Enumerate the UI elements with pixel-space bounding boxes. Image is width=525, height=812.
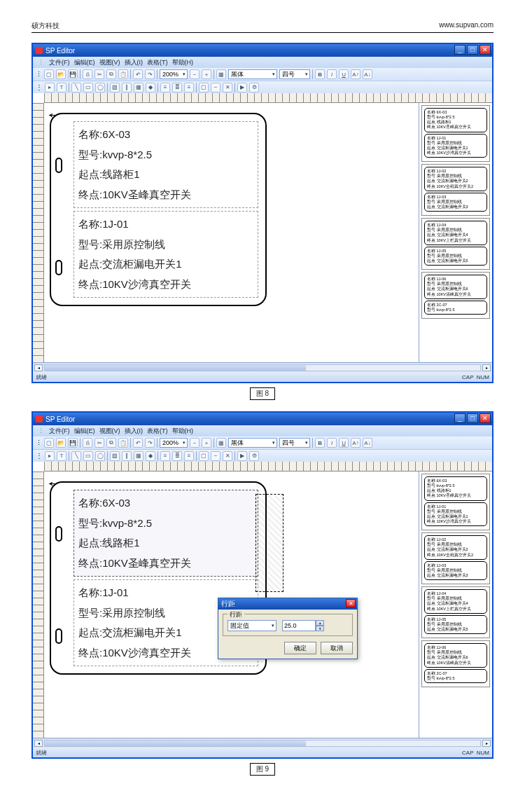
play-icon[interactable]: ▶ (237, 83, 247, 92)
copy-icon[interactable]: ⧉ (106, 69, 116, 79)
zoomin-icon[interactable]: ＋ (202, 69, 211, 79)
thumbnail[interactable]: 2名称 1J-02型号 采用原控制线起点 交流柜漏电开关2终点 10KV全程真空… (421, 532, 490, 584)
italic-button[interactable]: I (327, 438, 337, 448)
maximize-button[interactable]: □ (467, 413, 478, 423)
fontsize-dec-button[interactable]: A↓ (363, 69, 372, 79)
bold-button[interactable]: B (315, 69, 325, 79)
minus-icon[interactable]: − (211, 83, 220, 92)
menu-table[interactable]: 表格(T) (146, 58, 169, 67)
maximize-button[interactable]: □ (467, 45, 478, 55)
shape-icon[interactable]: ◆ (146, 451, 155, 461)
line-icon[interactable]: ╲ (71, 83, 81, 92)
save-icon[interactable]: 💾 (68, 438, 78, 448)
thumbnail[interactable]: 4名称 1J-06型号 采用原控制线起点 交流柜漏电开关6终点 10KV清峰真空… (421, 272, 490, 319)
font-size-combo[interactable]: 四号 (279, 438, 310, 448)
text-box-1[interactable]: 名称:6X-03 型号:kvvp-8*2.5 起点:线路柜1 终点:10KV圣峰… (74, 121, 258, 208)
image-icon[interactable]: ▨ (110, 83, 120, 92)
thumbnail[interactable]: 1名称 6X-03型号 kvvp-8*2.5起点 线路柜1终点 10KV圣峰真空… (421, 105, 490, 162)
italic-button[interactable]: I (327, 69, 337, 79)
ellipse-icon[interactable]: ◯ (95, 451, 105, 461)
cut-icon[interactable]: ✂ (94, 69, 104, 79)
h-scrollbar[interactable]: ◂ ▸ (33, 362, 492, 372)
rect-icon[interactable]: ▭ (83, 83, 93, 92)
spacing-input[interactable] (282, 620, 316, 631)
new-icon[interactable]: ▢ (44, 69, 54, 79)
spacing-mode-combo[interactable]: 固定值 (227, 620, 276, 631)
paste-icon[interactable]: 📋 (118, 69, 128, 79)
underline-button[interactable]: U (339, 69, 349, 79)
menu-view[interactable]: 视图(V) (98, 427, 122, 436)
align-left-icon[interactable]: ≡ (160, 451, 170, 461)
fontsize-inc-button[interactable]: A↑ (351, 69, 360, 79)
align-center-icon[interactable]: ≣ (172, 451, 182, 461)
align-left-icon[interactable]: ≡ (160, 83, 170, 92)
image-icon[interactable]: ▨ (110, 451, 120, 461)
thumbnail[interactable]: 2名称 1J-02型号 采用原控制线起点 交流柜漏电开关2终点 10KV全程真空… (421, 164, 490, 216)
canvas[interactable]: ← 名称:6X-03 型号:kvvp-8*2.5 起点:线路柜1 终点:10KV… (44, 103, 419, 362)
undo-icon[interactable]: ↶ (133, 69, 143, 79)
config-icon[interactable]: ⚙ (249, 451, 259, 461)
align-right-icon[interactable]: ≡ (184, 451, 194, 461)
print-icon[interactable]: ⎙ (83, 69, 92, 79)
h-scrollbar[interactable]: ◂ ▸ (33, 738, 492, 748)
scroll-right-icon[interactable]: ▸ (482, 740, 491, 747)
menu-help[interactable]: 帮助(H) (171, 427, 195, 436)
redo-icon[interactable]: ↷ (145, 69, 155, 79)
redo-icon[interactable]: ↷ (145, 438, 155, 448)
scroll-left-icon[interactable]: ◂ (34, 740, 43, 747)
zoom-combo[interactable]: 200% (160, 69, 188, 79)
line-icon[interactable]: ╲ (71, 451, 81, 461)
barcode-icon[interactable]: ∥ (122, 451, 132, 461)
open-icon[interactable]: 📂 (56, 438, 66, 448)
canvas[interactable]: ← 名称:6X-03 型号:kvvp-8*2.5 起点:线路柜1 终点:10KV… (44, 472, 419, 738)
minimize-button[interactable]: _ (454, 45, 465, 55)
table-icon[interactable]: ▦ (134, 83, 144, 92)
scroll-right-icon[interactable]: ▸ (482, 364, 491, 371)
spacing-value-spinner[interactable]: ▴▾ (282, 620, 324, 631)
pointer-icon[interactable]: ▸ (45, 451, 55, 461)
close-button[interactable]: ✕ (479, 45, 491, 55)
menu-insert[interactable]: 插入(I) (123, 427, 145, 436)
zoomout-icon[interactable]: − (190, 69, 200, 79)
cut-icon[interactable]: ✂ (94, 438, 104, 448)
pointer-icon[interactable]: ▸ (45, 83, 55, 92)
play-icon[interactable]: ▶ (237, 451, 247, 461)
fontsize-inc-button[interactable]: A↑ (351, 438, 360, 448)
minimize-button[interactable]: _ (454, 413, 465, 423)
menu-insert[interactable]: 插入(I) (123, 58, 145, 67)
menu-edit[interactable]: 编辑(E) (73, 427, 97, 436)
thumbnail[interactable]: 3名称 1J-04型号 采用原控制线起点 交流柜漏电开关4终点 10KV上栏真空… (421, 586, 490, 638)
dialog-close-button[interactable]: ✕ (346, 599, 356, 607)
table-icon[interactable]: ▦ (134, 451, 144, 461)
bold-button[interactable]: B (315, 438, 325, 448)
thumbnail[interactable]: 1名称 6X-03型号 kvvp-8*2.5起点 线路柜1终点 10KV圣峰真空… (421, 474, 490, 530)
close2-icon[interactable]: ✕ (223, 451, 232, 461)
zoom-combo[interactable]: 200% (160, 438, 188, 448)
new-icon[interactable]: ▢ (44, 438, 54, 448)
spin-down-icon[interactable]: ▾ (316, 626, 324, 631)
align-right-icon[interactable]: ≡ (184, 83, 194, 92)
grid-icon[interactable]: ▦ (216, 438, 226, 448)
grid-icon[interactable]: ▦ (216, 69, 226, 79)
menu-help[interactable]: 帮助(H) (171, 58, 195, 67)
undo-icon[interactable]: ↶ (133, 438, 143, 448)
barcode-icon[interactable]: ∥ (122, 83, 132, 92)
close2-icon[interactable]: ✕ (223, 83, 232, 92)
shape-icon[interactable]: ◆ (146, 83, 155, 92)
underline-button[interactable]: U (339, 438, 349, 448)
minus-icon[interactable]: − (211, 451, 220, 461)
fontsize-dec-button[interactable]: A↓ (363, 438, 372, 448)
zoomin-icon[interactable]: ＋ (202, 438, 211, 448)
spin-up-icon[interactable]: ▴ (316, 620, 324, 626)
rect-icon[interactable]: ▭ (83, 451, 93, 461)
text-box-2[interactable]: 名称:1J-01 型号:采用原控制线 起点:交流柜漏电开关1 终点:10KV沙湾… (74, 211, 258, 298)
box-icon[interactable]: ▢ (199, 83, 209, 92)
save-icon[interactable]: 💾 (68, 69, 78, 79)
menu-file[interactable]: 文件(F) (48, 58, 71, 67)
menu-file[interactable]: 文件(F) (48, 427, 71, 436)
thumbnail[interactable]: 4名称 1J-06型号 采用原控制线起点 交流柜漏电开关6终点 10KV清峰真空… (421, 640, 490, 687)
box-icon[interactable]: ▢ (199, 451, 209, 461)
align-center-icon[interactable]: ≣ (172, 83, 182, 92)
ellipse-icon[interactable]: ◯ (95, 83, 105, 92)
print-icon[interactable]: ⎙ (83, 438, 92, 448)
